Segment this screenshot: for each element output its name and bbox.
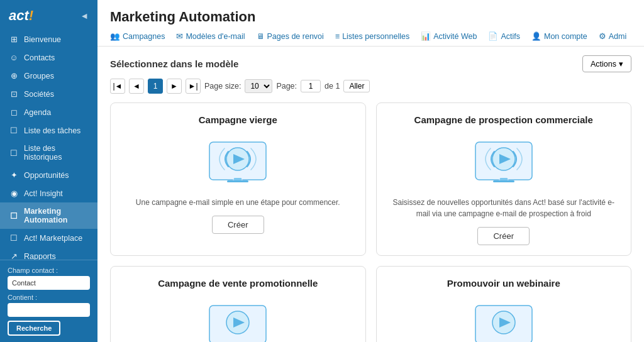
sidebar-bottom: Champ contact : Contact Contient : Reche… <box>0 260 97 342</box>
sidebar-item-historiques[interactable]: ☐ Liste des historiques <box>0 140 97 166</box>
marketplace-icon: ☐ <box>9 233 19 243</box>
sidebar-item-agenda[interactable]: ◻ Agenda <box>0 103 97 121</box>
section-title: Sélectionnez dans le modèle <box>110 58 238 69</box>
card-campagne-vente: Campagne de vente promotionnelle <box>110 266 366 342</box>
sidebar: act! ◄ ⊞ Bienvenue ☺ Contacts ⊕ Groupes … <box>0 0 97 342</box>
nav-actifs[interactable]: 📄 Actifs <box>488 31 520 41</box>
svg-rect-8 <box>500 178 508 180</box>
compte-icon: 👤 <box>531 31 541 41</box>
sidebar-item-label: Opportunités <box>24 171 69 180</box>
campagne-vierge-illustration <box>197 133 279 189</box>
card-description: Saisissez de nouvelles opportunités dans… <box>389 197 619 219</box>
create-campagne-prospection-button[interactable]: Créer <box>477 227 530 245</box>
sidebar-item-societes[interactable]: ⊡ Sociétés <box>0 85 97 103</box>
page-size-select[interactable]: 10 25 50 <box>245 79 272 93</box>
nav-admin[interactable]: ⚙ Admi <box>599 31 626 41</box>
sidebar-item-insight[interactable]: ◉ Act! Insight <box>0 184 97 202</box>
insight-icon: ◉ <box>9 189 19 198</box>
grid-icon: ⊞ <box>9 35 19 44</box>
main-header: Marketing Automation 👥 Campagnes ✉ Modèl… <box>97 0 644 47</box>
sidebar-item-label: Groupes <box>24 72 54 80</box>
main-content: Marketing Automation 👥 Campagnes ✉ Modèl… <box>97 0 644 342</box>
campagnes-icon: 👥 <box>110 31 120 41</box>
activite-icon: 📊 <box>421 31 431 41</box>
sidebar-item-label: Agenda <box>24 108 51 117</box>
card-title: Campagne vierge <box>199 114 277 125</box>
chevron-down-icon: ▾ <box>619 59 623 69</box>
page-label: Page: <box>276 82 297 91</box>
societes-icon: ⊡ <box>9 89 19 99</box>
listes-icon: ≡ <box>335 32 340 41</box>
sidebar-nav: ⊞ Bienvenue ☺ Contacts ⊕ Groupes ⊡ Socié… <box>0 30 97 260</box>
svg-rect-2 <box>234 178 242 180</box>
go-button[interactable]: Aller <box>343 80 370 92</box>
sidebar-item-label: Sociétés <box>24 90 54 99</box>
top-nav: 👥 Campagnes ✉ Modèles d'e-mail 🖥 Pages d… <box>110 31 631 46</box>
contient-label: Contient : <box>8 294 90 301</box>
page-title: Marketing Automation <box>110 9 631 25</box>
collapse-button[interactable]: ◄ <box>80 11 89 21</box>
card-description: Une campagne e-mail simple en une étape … <box>136 197 340 208</box>
marketing-icon: ☐ <box>9 211 19 221</box>
nav-compte[interactable]: 👤 Mon compte <box>531 31 587 41</box>
actifs-icon: 📄 <box>488 31 498 41</box>
taches-icon: ☐ <box>9 126 19 135</box>
sidebar-item-marketing[interactable]: ☐ Marketing Automation <box>0 202 97 229</box>
admin-icon: ⚙ <box>599 31 606 41</box>
search-button[interactable]: Recherche <box>8 321 60 336</box>
last-page-button[interactable]: ►| <box>186 79 201 94</box>
sidebar-item-bienvenue[interactable]: ⊞ Bienvenue <box>0 30 97 48</box>
historiques-icon: ☐ <box>9 148 19 158</box>
contacts-icon: ☺ <box>9 53 19 62</box>
modeles-icon: ✉ <box>176 31 183 41</box>
sidebar-item-label: Bienvenue <box>24 35 61 44</box>
contient-input[interactable] <box>8 303 90 317</box>
card-title: Campagne de prospection commerciale <box>414 114 593 125</box>
nav-pages[interactable]: 🖥 Pages de renvoi <box>257 32 324 41</box>
content-area: Sélectionnez dans le modèle Actions ▾ |◄… <box>97 47 644 342</box>
first-page-button[interactable]: |◄ <box>110 79 125 94</box>
sidebar-item-label: Liste des tâches <box>24 126 80 135</box>
sidebar-item-label: Marketing Automation <box>24 207 89 224</box>
sidebar-item-marketplace[interactable]: ☐ Act! Marketplace <box>0 229 97 247</box>
nav-activite[interactable]: 📊 Activité Web <box>421 31 477 41</box>
groupes-icon: ⊕ <box>9 71 19 80</box>
nav-campagnes[interactable]: 👥 Campagnes <box>110 31 165 41</box>
card-webinaire: Promouvoir un webinaire <box>376 266 632 342</box>
svg-rect-3 <box>227 180 248 182</box>
current-page-button[interactable]: 1 <box>148 79 163 94</box>
agenda-icon: ◻ <box>9 108 19 117</box>
svg-rect-9 <box>493 180 514 182</box>
sidebar-item-label: Liste des historiques <box>24 144 89 162</box>
champ-contact-label: Champ contact : <box>8 267 90 274</box>
champ-contact-select[interactable]: Contact <box>8 276 90 290</box>
sidebar-item-rapports[interactable]: ↗ Rapports <box>0 247 97 260</box>
card-title: Promouvoir un webinaire <box>447 278 560 289</box>
sidebar-item-contacts[interactable]: ☺ Contacts <box>0 48 97 67</box>
sidebar-item-label: Act! Insight <box>24 189 63 198</box>
campagne-prospection-illustration <box>463 133 545 189</box>
next-page-button[interactable]: ► <box>167 79 182 94</box>
card-campagne-prospection: Campagne de prospection commerciale Sais… <box>376 102 632 256</box>
nav-listes[interactable]: ≡ Listes personnelles <box>335 32 409 41</box>
webinaire-illustration <box>463 296 545 342</box>
page-size-label: Page size: <box>204 82 241 91</box>
page-input[interactable] <box>301 80 321 92</box>
total-pages-label: de 1 <box>325 82 340 91</box>
sidebar-item-opportunites[interactable]: ✦ Opportunités <box>0 166 97 184</box>
sidebar-item-label: Rapports <box>24 252 56 260</box>
prev-page-button[interactable]: ◄ <box>129 79 144 94</box>
nav-modeles[interactable]: ✉ Modèles d'e-mail <box>176 31 245 41</box>
sidebar-logo: act! ◄ <box>0 0 97 30</box>
cards-grid: Campagne vierge Une campagne e-mail simp… <box>110 102 631 342</box>
campagne-vente-illustration <box>197 296 279 342</box>
sidebar-item-groupes[interactable]: ⊕ Groupes <box>0 67 97 85</box>
sidebar-item-label: Contacts <box>24 53 55 62</box>
sidebar-item-taches[interactable]: ☐ Liste des tâches <box>0 121 97 140</box>
sidebar-item-label: Act! Marketplace <box>24 234 82 243</box>
card-campagne-vierge: Campagne vierge Une campagne e-mail simp… <box>110 102 366 256</box>
create-campagne-vierge-button[interactable]: Créer <box>212 216 264 234</box>
rapports-icon: ↗ <box>9 251 19 260</box>
actions-button[interactable]: Actions ▾ <box>582 55 631 72</box>
content-header: Sélectionnez dans le modèle Actions ▾ <box>110 55 631 72</box>
